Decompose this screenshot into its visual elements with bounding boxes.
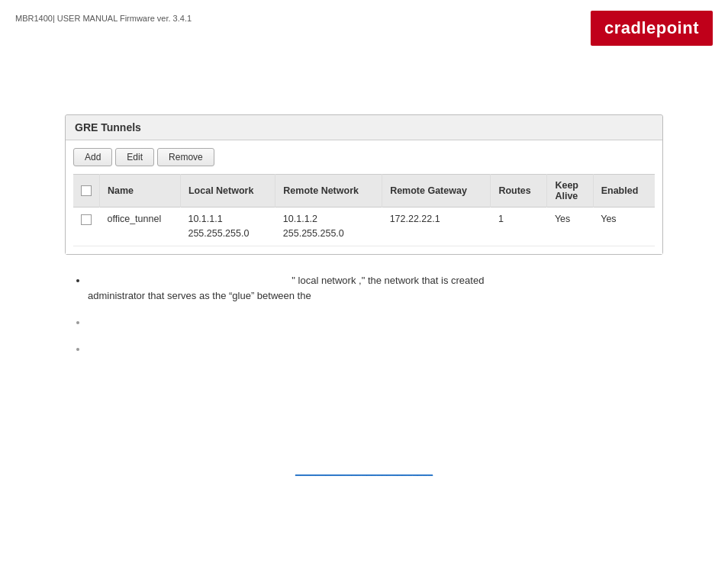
col-enabled: Enabled (593, 175, 655, 208)
gre-tunnels-panel: GRE Tunnels Add Edit Remove Name Local N… (65, 114, 663, 255)
remove-button[interactable]: Remove (157, 148, 214, 166)
edit-button[interactable]: Edit (115, 148, 154, 166)
table-row[interactable]: office_tunnel 10.1.1.1 255.255.255.0 10.… (73, 208, 655, 246)
table-header-row: Name Local Network Remote Network Remote… (73, 175, 655, 208)
row-name: office_tunnel (100, 208, 181, 246)
col-keep-alive: KeepAlive (547, 175, 593, 208)
row-keep-alive: Yes (547, 208, 593, 246)
bullet-item-2 (88, 315, 663, 331)
bullet-item-1: " local network ," the network that is c… (88, 273, 663, 305)
select-all-checkbox[interactable] (81, 185, 92, 196)
col-name: Name (100, 175, 181, 208)
toolbar: Add Edit Remove (73, 148, 655, 166)
logo-box: cradlepoint (591, 11, 713, 46)
bullet1-suffix: ," the network that is created (359, 275, 484, 286)
doc-title: MBR1400| USER MANUAL Firmware ver. 3.4.1 (15, 14, 192, 23)
col-local-network: Local Network (180, 175, 275, 208)
bullet1-quote-mark: " (292, 275, 295, 286)
panel-title: GRE Tunnels (66, 115, 662, 140)
row-remote-gateway: 172.22.22.1 (382, 208, 491, 246)
row-routes: 1 (491, 208, 547, 246)
col-checkbox (73, 175, 100, 208)
bullet1-local-network: local network (298, 275, 356, 286)
row-remote-network: 10.1.1.2 255.255.255.0 (275, 208, 382, 246)
add-button[interactable]: Add (73, 148, 112, 166)
logo-text: cradlepoint (604, 18, 699, 37)
page-header: MBR1400| USER MANUAL Firmware ver. 3.4.1… (0, 0, 728, 53)
col-remote-gateway: Remote Gateway (382, 175, 491, 208)
bullet1-quote-open (88, 275, 289, 286)
col-routes: Routes (491, 175, 547, 208)
bullet-item-3 (88, 342, 663, 358)
footer-area: ___________________________ (65, 465, 663, 476)
col-remote-network: Remote Network (275, 175, 382, 208)
panel-body: Add Edit Remove Name Local Network Remot… (66, 140, 662, 254)
bullet-section: " local network ," the network that is c… (65, 273, 663, 358)
row-local-network: 10.1.1.1 255.255.255.0 (180, 208, 275, 246)
row-checkbox-cell (73, 208, 100, 246)
gre-tunnels-table: Name Local Network Remote Network Remote… (73, 174, 655, 246)
footer-link[interactable]: ___________________________ (295, 465, 433, 476)
row-checkbox[interactable] (81, 214, 92, 225)
bullet1-admin-text: administrator that serves as the “glue” … (88, 290, 311, 301)
main-content: GRE Tunnels Add Edit Remove Name Local N… (0, 53, 728, 491)
row-enabled: Yes (593, 208, 655, 246)
